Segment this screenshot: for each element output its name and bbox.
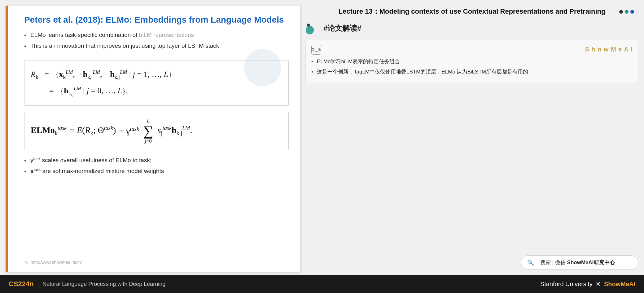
bullet-list-top: ELMo learns task-specific combination of… xyxy=(24,31,289,52)
course-subtitle: Natural Language Processing with Deep Le… xyxy=(42,281,165,287)
rk-line2: {hk,jLM | j = 0, …, L}, xyxy=(60,84,128,99)
rk-rhs: {xkLM, →h k,jLM, ←h k,jLM | j = 1, …, L} xyxy=(55,67,172,82)
showmeai-card: ⊙‿⊙ S h o w M e A I ELMo学习biLM表示的特定任务组合 … xyxy=(305,40,638,83)
tag-text: #论文解读# xyxy=(323,23,361,33)
bottom-left: CS224n | Natural Language Processing wit… xyxy=(9,280,165,288)
elmo-eq2: = γtask xyxy=(119,126,139,136)
bottom-right: Stanford University ✕ ShowMeAI xyxy=(540,280,635,288)
x-separator: ✕ xyxy=(596,280,601,288)
bilm-text: biLM representations xyxy=(139,32,194,38)
elmo-sj: sjtaskhk,jLM. xyxy=(158,125,192,137)
showmeai-bullet-1: ELMo学习biLM表示的特定任务组合 xyxy=(311,58,633,66)
showmeai-bullet-2: 这是一个创新，TagLM中仅仅使用堆叠LSTM的顶层，ELMo 认为BiLSTM… xyxy=(311,68,633,76)
nav-dot-2 xyxy=(625,10,629,14)
search-area: 🔍 搜索 | 微信 ShowMeAI研究中心 xyxy=(305,255,638,272)
equals-1: = xyxy=(44,67,49,82)
url-text: http://www.showmeai.tech/ xyxy=(31,260,82,265)
lecture-title: Lecture 13：Modeling contexts of use Cont… xyxy=(305,6,638,18)
slide-panel: Peters et al. (2018): ELMo: Embeddings f… xyxy=(6,6,300,272)
stanford-text: Stanford University xyxy=(540,281,593,288)
sigma-sum: L ∑ j=0 xyxy=(143,118,153,144)
bottom-bar: CS224n | Natural Language Processing wit… xyxy=(0,275,644,293)
cursor-icon: ↖ xyxy=(24,259,29,266)
search-bar[interactable]: 🔍 搜索 | 微信 ShowMeAI研究中心 xyxy=(521,255,638,269)
equals-2: = xyxy=(49,84,54,99)
formula-rk-content: Rk = {xkLM, →h k,jLM, ←h k,jLM | j = 1, … xyxy=(31,67,282,99)
tag-section: #论文解读# xyxy=(305,22,638,34)
nav-dots xyxy=(619,10,634,14)
showmeai-bullets: ELMo学习biLM表示的特定任务组合 这是一个创新，TagLM中仅仅使用堆叠L… xyxy=(311,58,633,78)
search-brand: ShowMeAI研究中心 xyxy=(567,260,615,265)
formula-row-2: = {hk,jLM | j = 0, …, L}, xyxy=(31,84,282,99)
elmo-eq1: = E(Rk; Θtask) xyxy=(70,125,116,137)
svg-point-0 xyxy=(306,26,314,34)
showmeai-bottom-label: ShowMeAI xyxy=(604,281,635,288)
search-icon: 🔍 xyxy=(527,259,534,266)
elmo-formula-content: ELMoktask = E(Rk; Θtask) = γtask L ∑ j=0… xyxy=(31,118,282,144)
formula-box-rk: Rk = {xkLM, →h k,jLM, ←h k,jLM | j = 1, … xyxy=(24,60,289,106)
cs224n-label: CS224n xyxy=(9,280,34,288)
slide-title: Peters et al. (2018): ELMo: Embeddings f… xyxy=(24,14,289,25)
bullet-gamma: γtask scales overall usefulness of ELMo … xyxy=(24,156,289,165)
elmo-formula-box: ELMoktask = E(Rk; Θtask) = γtask L ∑ j=0… xyxy=(24,112,289,150)
nav-dot-1 xyxy=(619,10,623,14)
lecture-title-area: Lecture 13：Modeling contexts of use Cont… xyxy=(305,6,638,18)
bullet-item-1: ELMo learns task-specific combination of… xyxy=(24,31,289,39)
rk-lhs: Rk xyxy=(31,67,38,82)
bullet-s: stask are softmax-normalized mixture mod… xyxy=(24,167,289,175)
bullet-list-bottom: γtask scales overall usefulness of ELMo … xyxy=(24,156,289,178)
elmo-term: ELMoktask xyxy=(31,125,67,137)
search-label: 搜索 | 微信 xyxy=(540,260,566,265)
bottom-divider: | xyxy=(37,280,39,288)
bullet-item-2: This is an innovation that improves on j… xyxy=(24,42,289,50)
search-text: 搜索 | 微信 ShowMeAI研究中心 xyxy=(540,259,615,266)
wave-icon xyxy=(305,22,320,34)
svg-point-1 xyxy=(307,24,310,27)
showmeai-brand-label: S h o w M e A I xyxy=(585,46,633,53)
right-panel: Lecture 13：Modeling contexts of use Cont… xyxy=(305,6,638,272)
forward-h: →h xyxy=(77,67,87,82)
showmeai-card-header: ⊙‿⊙ S h o w M e A I xyxy=(311,45,633,55)
showmeai-robot-icon: ⊙‿⊙ xyxy=(311,45,321,55)
nav-dot-3 xyxy=(630,10,634,14)
formula-row-1: Rk = {xkLM, →h k,jLM, ←h k,jLM | j = 1, … xyxy=(31,67,282,82)
url-line: ↖ http://www.showmeai.tech/ xyxy=(24,256,289,266)
backward-h: ←h xyxy=(104,67,115,82)
